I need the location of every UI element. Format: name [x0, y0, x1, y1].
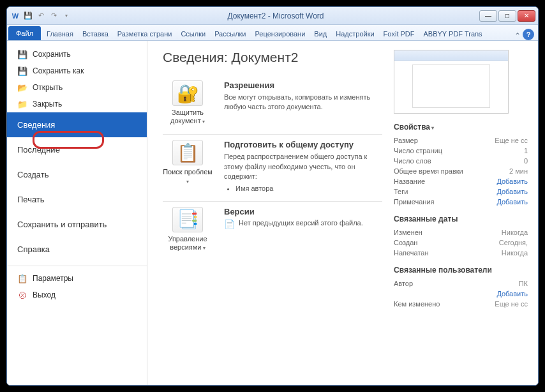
- nav-print[interactable]: Печать: [7, 187, 147, 212]
- prop-row-created: СозданСегодня,: [394, 237, 528, 248]
- minimize-button[interactable]: —: [479, 10, 497, 22]
- prop-key: Общее время правки: [394, 167, 509, 175]
- titlebar: W 💾 ↶ ↷ ▾ Документ2 - Microsoft Word — □…: [7, 7, 538, 25]
- nav-label: Сохранить как: [33, 66, 84, 75]
- prop-row-modified-by: Кем измененоЕще не сс: [394, 299, 528, 309]
- prop-key: Название: [394, 177, 496, 185]
- redo-icon[interactable]: ↷: [48, 10, 59, 22]
- left-nav: 💾Сохранить 💾Сохранить как 📂Открыть 📁Закр…: [7, 41, 147, 385]
- folder-icon: 📁: [17, 99, 27, 109]
- tab-abbyy[interactable]: ABBYY PDF Trans: [419, 27, 487, 40]
- tab-file[interactable]: Файл: [8, 26, 41, 40]
- nav-recent[interactable]: Последние: [7, 137, 147, 162]
- word-icon: W: [10, 10, 21, 22]
- prop-value[interactable]: Добавить: [496, 177, 528, 185]
- close-button[interactable]: ✕: [518, 10, 535, 22]
- maximize-button[interactable]: □: [498, 10, 516, 22]
- tab-addins[interactable]: Надстройки: [331, 27, 378, 40]
- list-item: Имя автора: [235, 185, 382, 192]
- prop-key: Размер: [394, 137, 495, 144]
- tab-references[interactable]: Ссылки: [176, 27, 210, 40]
- nav-label: Параметры: [33, 274, 73, 283]
- prop-value: Никогда: [502, 249, 528, 257]
- prop-value: Еще не сс: [495, 300, 528, 308]
- window-title: Документ2 - Microsoft Word: [72, 11, 479, 20]
- prop-value[interactable]: Добавить: [496, 290, 528, 298]
- prop-value[interactable]: Добавить: [496, 188, 528, 195]
- thumbnail-page: [412, 64, 490, 108]
- tab-view[interactable]: Вид: [310, 27, 331, 40]
- center-column: Сведения: Документ2 🔐 Защитить документ …: [163, 50, 382, 376]
- nav-close[interactable]: 📁Закрыть: [7, 96, 147, 112]
- section-prepare: 📋 Поиск проблем Подготовить к общему дос…: [163, 135, 382, 201]
- tab-home[interactable]: Главная: [42, 27, 78, 40]
- ribbon-minimize-icon[interactable]: ⌃: [514, 31, 521, 40]
- nav-info[interactable]: Сведения: [7, 112, 147, 137]
- nav-label: Открыть: [33, 83, 63, 92]
- prop-value: ПК: [519, 280, 528, 287]
- thumbnail-ribbon: [394, 50, 508, 61]
- nav-save[interactable]: 💾Сохранить: [7, 46, 147, 63]
- nav-label: Печать: [17, 195, 45, 204]
- protect-document-button[interactable]: 🔐 Защитить документ: [163, 80, 213, 125]
- section-permissions: 🔐 Защитить документ Разрешения Все могут…: [163, 75, 382, 135]
- section-desc: Все могут открывать, копировать и изменя…: [224, 93, 382, 112]
- undo-icon[interactable]: ↶: [35, 10, 47, 22]
- tab-layout[interactable]: Разметка страни: [113, 27, 177, 40]
- prop-value: 0: [524, 157, 528, 165]
- manage-versions-button[interactable]: 📑 Управление версиями: [163, 207, 213, 252]
- nav-label: Справка: [17, 245, 50, 254]
- save-icon: 💾: [17, 49, 27, 59]
- prop-key: Число слов: [394, 157, 524, 165]
- document-thumbnail[interactable]: [394, 50, 509, 114]
- prop-value[interactable]: Добавить: [496, 198, 528, 206]
- prop-row-pages: Число страниц1: [394, 146, 528, 156]
- tab-foxit[interactable]: Foxit PDF: [379, 27, 419, 40]
- prop-key: Создан: [394, 239, 499, 246]
- prop-key: Теги: [394, 188, 496, 195]
- prop-row-add-author: Добавить: [394, 289, 528, 299]
- main-panel: Сведения: Документ2 🔐 Защитить документ …: [147, 41, 538, 385]
- nav-label: Последние: [17, 145, 60, 155]
- exit-icon: ⮾: [17, 290, 27, 300]
- section-heading: Подготовить к общему доступу: [224, 140, 382, 149]
- nav-exit[interactable]: ⮾Выход: [7, 287, 147, 303]
- nav-open[interactable]: 📂Открыть: [7, 79, 147, 96]
- prop-key: Число страниц: [394, 147, 524, 155]
- prop-key: Изменен: [394, 229, 502, 236]
- nav-new[interactable]: Создать: [7, 162, 147, 187]
- qat-dropdown-icon[interactable]: ▾: [61, 10, 72, 22]
- nav-options[interactable]: 📋Параметры: [7, 270, 147, 287]
- nav-label: Создать: [17, 170, 49, 179]
- button-label: Защитить документ: [163, 109, 213, 125]
- nav-save-as[interactable]: 💾Сохранить как: [7, 63, 147, 79]
- page-title: Сведения: Документ2: [163, 50, 382, 65]
- tab-mailings[interactable]: Рассылки: [210, 27, 250, 40]
- prop-row-words: Число слов0: [394, 156, 528, 166]
- prop-value: 2 мин: [509, 167, 528, 175]
- folder-open-icon: 📂: [17, 82, 27, 93]
- prop-row-author: АвторПК: [394, 278, 528, 289]
- nav-share[interactable]: Сохранить и отправить: [7, 212, 147, 237]
- document-icon: 📄: [224, 219, 235, 229]
- help-icon[interactable]: ?: [523, 29, 534, 40]
- section-desc: Нет предыдущих версий этого файла.: [239, 219, 363, 227]
- properties-heading[interactable]: Свойства: [394, 123, 528, 132]
- check-issues-button[interactable]: 📋 Поиск проблем: [163, 140, 213, 192]
- prop-row-time: Общее время правки2 мин: [394, 166, 528, 176]
- users-heading: Связанные пользователи: [394, 266, 528, 275]
- checklist-icon: 📋: [172, 140, 203, 165]
- section-desc: Перед распространением общего доступа к …: [224, 152, 382, 181]
- options-icon: 📋: [17, 273, 27, 283]
- nav-help[interactable]: Справка: [7, 237, 147, 262]
- prop-value: 1: [524, 147, 528, 155]
- tab-review[interactable]: Рецензировани: [251, 27, 310, 40]
- nav-label: Сохранить: [33, 50, 71, 59]
- ribbon-tabs: Файл Главная Вставка Разметка страни Ссы…: [7, 25, 538, 41]
- tab-insert[interactable]: Вставка: [78, 27, 113, 40]
- button-label: Поиск проблем: [163, 168, 213, 185]
- save-icon[interactable]: 💾: [22, 10, 34, 22]
- button-label: Управление версиями: [163, 235, 213, 252]
- prop-value: Еще не сс: [495, 137, 528, 144]
- separator: [7, 266, 147, 266]
